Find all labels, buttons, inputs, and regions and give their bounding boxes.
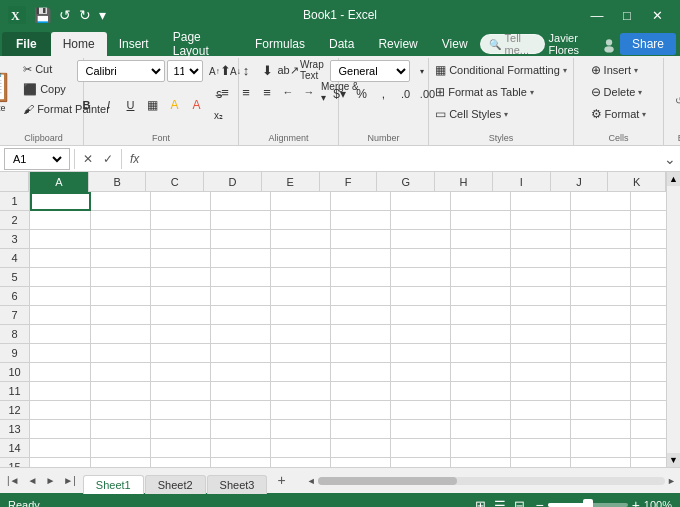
cell-K9[interactable] [631, 344, 666, 363]
cell-D6[interactable] [211, 287, 271, 306]
cell-E8[interactable] [271, 325, 331, 344]
cell-A5[interactable] [30, 268, 91, 287]
cell-G7[interactable] [391, 306, 451, 325]
page-layout-view-btn[interactable]: ☰ [492, 496, 508, 508]
cell-C11[interactable] [151, 382, 211, 401]
currency-btn[interactable]: $▾ [330, 84, 350, 104]
formula-input[interactable] [147, 152, 658, 166]
cell-I2[interactable] [511, 211, 571, 230]
col-header-G[interactable]: G [377, 172, 435, 192]
tab-data[interactable]: Data [317, 32, 366, 56]
col-header-D[interactable]: D [204, 172, 262, 192]
cell-F1[interactable] [331, 192, 391, 211]
cell-H2[interactable] [451, 211, 511, 230]
cell-F7[interactable] [331, 306, 391, 325]
col-header-I[interactable]: I [493, 172, 551, 192]
cell-C6[interactable] [151, 287, 211, 306]
cell-C1[interactable] [151, 192, 211, 211]
cell-G15[interactable] [391, 458, 451, 467]
cell-B15[interactable] [91, 458, 151, 467]
scroll-down-btn[interactable]: ▼ [667, 453, 681, 467]
cell-A12[interactable] [30, 401, 91, 420]
cell-A15[interactable] [30, 458, 91, 467]
cell-D14[interactable] [211, 439, 271, 458]
cell-D10[interactable] [211, 363, 271, 382]
fill-color-button[interactable]: A [165, 95, 185, 115]
cell-G3[interactable] [391, 230, 451, 249]
cell-styles-btn[interactable]: ▭ Cell Styles ▾ [428, 104, 515, 124]
cell-D8[interactable] [211, 325, 271, 344]
name-box[interactable]: A1 [4, 148, 70, 170]
cell-K12[interactable] [631, 401, 666, 420]
cell-I14[interactable] [511, 439, 571, 458]
col-header-H[interactable]: H [435, 172, 493, 192]
cell-B4[interactable] [91, 249, 151, 268]
dec-increase-btn[interactable]: .0 [396, 84, 416, 104]
cell-B1[interactable] [91, 192, 151, 211]
cell-J1[interactable] [571, 192, 631, 211]
cell-C3[interactable] [151, 230, 211, 249]
cell-E5[interactable] [271, 268, 331, 287]
col-header-A[interactable]: A [30, 172, 89, 192]
cell-H3[interactable] [451, 230, 511, 249]
scroll-thumb-h[interactable] [318, 477, 457, 485]
cell-C10[interactable] [151, 363, 211, 382]
align-right-btn[interactable]: ≡ [257, 82, 277, 102]
tab-review[interactable]: Review [366, 32, 429, 56]
cell-C5[interactable] [151, 268, 211, 287]
cell-D1[interactable] [211, 192, 271, 211]
cell-F5[interactable] [331, 268, 391, 287]
cell-I11[interactable] [511, 382, 571, 401]
cancel-formula-btn[interactable]: ✕ [79, 150, 97, 168]
cell-G10[interactable] [391, 363, 451, 382]
zoom-in-btn[interactable]: + [632, 497, 640, 507]
corner-cell[interactable] [0, 172, 29, 192]
cell-I9[interactable] [511, 344, 571, 363]
paste-button[interactable]: 📋 Paste [0, 60, 16, 120]
cell-A8[interactable] [30, 325, 91, 344]
underline-button[interactable]: U [121, 95, 141, 115]
cell-J7[interactable] [571, 306, 631, 325]
tell-me-search[interactable]: 🔍 Tell me... [480, 34, 545, 54]
tab-view[interactable]: View [430, 32, 480, 56]
cell-E13[interactable] [271, 420, 331, 439]
cell-H11[interactable] [451, 382, 511, 401]
cell-A1[interactable] [30, 192, 91, 211]
align-center-btn[interactable]: ≡ [236, 82, 256, 102]
cell-A9[interactable] [30, 344, 91, 363]
cell-F10[interactable] [331, 363, 391, 382]
undo-quick-btn[interactable]: ↺ [57, 5, 73, 25]
cell-K11[interactable] [631, 382, 666, 401]
cell-H8[interactable] [451, 325, 511, 344]
cell-G13[interactable] [391, 420, 451, 439]
indent-increase-btn[interactable]: → [299, 82, 319, 102]
cell-K6[interactable] [631, 287, 666, 306]
cell-D13[interactable] [211, 420, 271, 439]
cell-B10[interactable] [91, 363, 151, 382]
minimize-btn[interactable]: — [582, 0, 612, 30]
sheet-tab-sheet2[interactable]: Sheet2 [145, 475, 206, 494]
cell-F8[interactable] [331, 325, 391, 344]
cell-E6[interactable] [271, 287, 331, 306]
cell-J5[interactable] [571, 268, 631, 287]
cell-J11[interactable] [571, 382, 631, 401]
add-sheet-button[interactable]: + [268, 468, 294, 492]
zoom-slider-thumb[interactable] [583, 499, 593, 507]
cell-E9[interactable] [271, 344, 331, 363]
cell-D7[interactable] [211, 306, 271, 325]
cell-J8[interactable] [571, 325, 631, 344]
cell-H4[interactable] [451, 249, 511, 268]
font-name-select[interactable]: Calibri [77, 60, 165, 82]
cell-J9[interactable] [571, 344, 631, 363]
cell-I10[interactable] [511, 363, 571, 382]
cell-I5[interactable] [511, 268, 571, 287]
cell-C8[interactable] [151, 325, 211, 344]
cell-K8[interactable] [631, 325, 666, 344]
cell-E7[interactable] [271, 306, 331, 325]
cell-K13[interactable] [631, 420, 666, 439]
font-size-select[interactable]: 11 [167, 60, 203, 82]
cell-C13[interactable] [151, 420, 211, 439]
cell-G14[interactable] [391, 439, 451, 458]
cell-E11[interactable] [271, 382, 331, 401]
cell-J15[interactable] [571, 458, 631, 467]
